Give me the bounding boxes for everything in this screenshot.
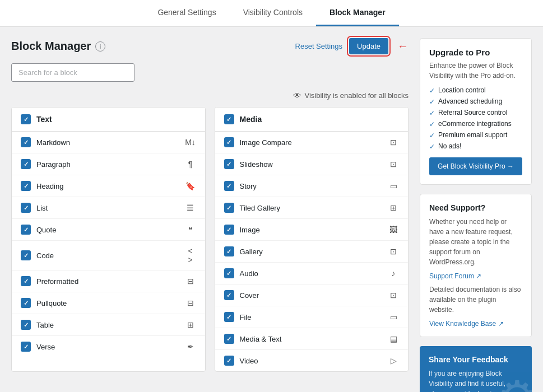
nav-visibility-controls[interactable]: Visibility Controls <box>230 0 316 26</box>
list-item[interactable]: Story ▭ <box>215 175 409 197</box>
file-checkbox[interactable] <box>224 312 234 322</box>
story-label: Story <box>240 182 257 190</box>
audio-checkbox[interactable] <box>224 268 234 278</box>
list-item[interactable]: File ▭ <box>215 306 409 328</box>
list-item[interactable]: Quote ❝ <box>12 219 205 241</box>
knowledge-base-link[interactable]: View Knowledge Base ↗ <box>429 320 504 328</box>
markdown-icon: M↓ <box>185 138 196 147</box>
list-item[interactable]: Video ▷ <box>215 350 409 371</box>
feedback-title: Share Your Feedback <box>429 355 523 364</box>
slideshow-icon: ⊡ <box>388 160 399 169</box>
top-navigation: General Settings Visibility Controls Blo… <box>0 0 543 27</box>
get-pro-button[interactable]: Get Block Visibility Pro → <box>429 157 522 175</box>
quote-label: Quote <box>36 226 56 234</box>
feedback-card: Share Your Feedback If you are enjoying … <box>420 346 532 392</box>
upgrade-feature-4: ✓ eCommerce integrations <box>429 120 522 128</box>
pullquote-label: Pullquote <box>36 299 67 307</box>
verse-checkbox[interactable] <box>21 342 31 352</box>
gallery-checkbox[interactable] <box>224 246 234 256</box>
list-item[interactable]: Preformatted ⊟ <box>12 270 205 292</box>
upgrade-feature-2: ✓ Advanced scheduling <box>429 97 522 106</box>
code-checkbox[interactable] <box>21 250 31 260</box>
sidebar: Upgrade to Pro Enhance the power of Bloc… <box>420 38 532 392</box>
image-compare-icon: ⊡ <box>388 138 399 147</box>
list-item[interactable]: Table ⊞ <box>12 314 205 336</box>
slideshow-label: Slideshow <box>240 160 273 169</box>
media-section-items: Image Compare ⊡ Slideshow ⊡ <box>215 132 409 371</box>
list-item[interactable]: Markdown M↓ <box>12 132 205 153</box>
support-title: Need Support? <box>429 203 522 212</box>
support-text-2: Detailed documentation is also available… <box>429 284 522 315</box>
upgrade-feature-6: ✓ No ads! <box>429 142 522 151</box>
page-title: Block Manager <box>11 40 91 53</box>
image-compare-label: Image Compare <box>240 138 292 147</box>
table-icon: ⊞ <box>185 320 196 329</box>
file-label: File <box>240 313 252 321</box>
story-icon: ▭ <box>388 181 399 190</box>
video-label: Video <box>240 357 258 365</box>
list-checkbox[interactable] <box>21 203 31 213</box>
video-checkbox[interactable] <box>224 356 234 366</box>
upgrade-feature-3: ✓ Referral Source control <box>429 109 522 117</box>
markdown-checkbox[interactable] <box>21 137 31 147</box>
list-item[interactable]: Heading 🔖 <box>12 175 205 197</box>
info-icon[interactable]: i <box>95 41 105 52</box>
code-label: Code <box>36 251 54 260</box>
list-item[interactable]: Slideshow ⊡ <box>215 153 409 175</box>
cover-checkbox[interactable] <box>224 290 234 300</box>
list-item[interactable]: Image Compare ⊡ <box>215 132 409 153</box>
image-label: Image <box>240 226 260 234</box>
list-item[interactable]: Tiled Gallery ⊞ <box>215 197 409 219</box>
tiled-gallery-checkbox[interactable] <box>224 203 234 213</box>
media-text-icon: ▤ <box>388 334 399 343</box>
visibility-status-text: Visibility is enabled for all blocks <box>305 91 409 100</box>
story-checkbox[interactable] <box>224 181 234 191</box>
media-section-checkbox[interactable] <box>224 114 234 124</box>
media-text-checkbox[interactable] <box>224 334 234 344</box>
upgrade-feature-5: ✓ Premium email support <box>429 131 522 139</box>
update-button[interactable]: Update <box>349 38 388 54</box>
upgrade-description: Enhance the power of Block Visibility wi… <box>429 60 522 81</box>
audio-label: Audio <box>240 269 258 278</box>
check-icon-4: ✓ <box>429 120 435 128</box>
preformatted-checkbox[interactable] <box>21 276 31 286</box>
list-item[interactable]: Code < > <box>12 241 205 270</box>
support-card: Need Support? Whether you need help or h… <box>420 194 532 337</box>
list-item[interactable]: Paragraph ¶ <box>12 153 205 175</box>
image-compare-checkbox[interactable] <box>224 137 234 147</box>
list-item[interactable]: Cover ⊡ <box>215 284 409 306</box>
check-icon-3: ✓ <box>429 109 435 117</box>
search-bar <box>11 63 409 82</box>
nav-general-settings[interactable]: General Settings <box>144 0 229 26</box>
list-item[interactable]: List ☰ <box>12 197 205 219</box>
media-section-header: Media <box>215 108 409 132</box>
quote-checkbox[interactable] <box>21 225 31 235</box>
support-forum-link[interactable]: Support Forum ↗ <box>429 272 481 280</box>
slideshow-checkbox[interactable] <box>224 159 234 169</box>
image-icon: 🖼 <box>388 225 399 234</box>
tiled-gallery-label: Tiled Gallery <box>240 204 280 212</box>
reset-settings-link[interactable]: Reset Settings <box>295 42 343 50</box>
code-icon: < > <box>185 246 196 264</box>
page-header-left: Block Manager i <box>11 40 105 53</box>
paragraph-checkbox[interactable] <box>21 159 31 169</box>
upgrade-card: Upgrade to Pro Enhance the power of Bloc… <box>420 38 532 185</box>
table-checkbox[interactable] <box>21 320 31 330</box>
preformatted-label: Preformatted <box>36 277 78 286</box>
list-item[interactable]: Verse ✒ <box>12 336 205 357</box>
list-item[interactable]: Audio ♪ <box>215 263 409 284</box>
image-checkbox[interactable] <box>224 225 234 235</box>
heading-checkbox[interactable] <box>21 181 31 191</box>
list-item[interactable]: Image 🖼 <box>215 219 409 241</box>
search-input[interactable] <box>11 63 134 82</box>
verse-label: Verse <box>36 343 55 351</box>
pullquote-checkbox[interactable] <box>21 298 31 308</box>
list-item[interactable]: Gallery ⊡ <box>215 241 409 263</box>
markdown-label: Markdown <box>36 138 70 147</box>
nav-block-manager[interactable]: Block Manager <box>316 0 399 26</box>
paragraph-label: Paragraph <box>36 160 71 169</box>
list-item[interactable]: Media & Text ▤ <box>215 328 409 350</box>
media-section-label: Media <box>240 115 262 124</box>
text-section-checkbox[interactable] <box>21 114 31 124</box>
list-item[interactable]: Pullquote ⊟ <box>12 292 205 314</box>
